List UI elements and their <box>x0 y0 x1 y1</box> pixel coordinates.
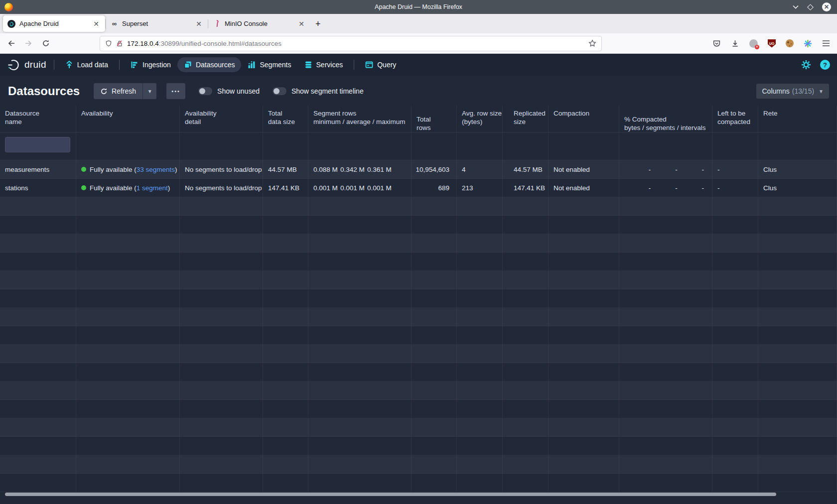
tab-minio-console[interactable]: MinIO Console ✕ <box>208 15 310 32</box>
cell-compaction <box>549 308 619 326</box>
cell-replicated_size <box>503 437 549 455</box>
nav-item-segments[interactable]: Segments <box>241 57 297 72</box>
cell-availability <box>76 474 180 492</box>
asterisk-extension-icon[interactable] <box>804 39 812 48</box>
filter-cell <box>308 132 412 160</box>
help-icon[interactable]: ? <box>820 60 830 70</box>
cell-segment_rows <box>308 437 412 455</box>
insecure-lock-icon[interactable] <box>116 40 123 47</box>
column-header-avg_row_size[interactable]: Avg. row size(bytes) <box>457 106 503 132</box>
superset-favicon-icon: ∞ <box>110 20 118 28</box>
bookmark-star-icon[interactable] <box>588 39 596 47</box>
url-bar[interactable]: 172.18.0.4:30899/unified-console.html#da… <box>100 36 602 51</box>
cell-total_data_size <box>263 308 308 326</box>
column-header-availability[interactable]: Availability <box>76 106 180 132</box>
tab-close-icon[interactable]: ✕ <box>194 20 203 28</box>
column-header-retention[interactable]: Rete <box>758 106 837 132</box>
cell-left_to_be_compacted <box>712 326 758 344</box>
page-title: Datasources <box>8 84 80 98</box>
column-header-compaction[interactable]: Compaction <box>549 106 619 132</box>
toggle-switch[interactable] <box>198 87 212 95</box>
window-close-icon[interactable]: ✕ <box>822 2 831 11</box>
toggle-switch[interactable] <box>273 87 286 95</box>
columns-button[interactable]: Columns (13/15) ▼ <box>756 84 829 99</box>
horizontal-scrollbar[interactable] <box>5 493 776 496</box>
cell-total_data_size <box>263 345 308 363</box>
table-row-empty <box>0 271 837 289</box>
cell-avg_row_size <box>457 363 503 381</box>
cell-avg_row_size <box>457 345 503 363</box>
settings-gear-icon[interactable] <box>801 60 811 70</box>
column-header-segment_rows[interactable]: Segment rowsminimum / average / maximum <box>308 106 412 132</box>
tracking-shield-icon[interactable] <box>105 40 112 47</box>
cell-compaction <box>549 363 619 381</box>
column-header-percent_compacted[interactable]: % Compactedbytes / segments / intervals <box>619 106 712 132</box>
tab-superset[interactable]: ∞ Superset ✕ <box>106 15 208 32</box>
nav-item-query[interactable]: Query <box>359 57 403 72</box>
column-header-replicated_size[interactable]: Replicatedsize <box>503 106 549 132</box>
cell-replicated_size <box>503 326 549 344</box>
column-header-label: % Compacted <box>624 115 653 124</box>
nav-item-ingestion[interactable]: Ingestion <box>124 57 177 72</box>
cell-availability_detail <box>180 197 263 215</box>
cell-avg_row_size: 4 <box>457 160 503 178</box>
tab-close-icon[interactable]: ✕ <box>297 20 306 28</box>
column-header-total_data_size[interactable]: Totaldata size <box>263 106 308 132</box>
pocket-icon[interactable] <box>712 39 721 48</box>
column-header-label: Total <box>268 109 282 118</box>
nav-item-services[interactable]: Services <box>298 57 350 72</box>
column-header-label: compacted <box>717 118 750 126</box>
column-header-availability_detail[interactable]: Availabilitydetail <box>180 106 263 132</box>
window-minimize-icon[interactable] <box>793 5 799 9</box>
refresh-dropdown-button[interactable]: ▼ <box>142 83 156 99</box>
cell-replicated_size <box>503 363 549 381</box>
column-header-left_to_be_compacted[interactable]: Left to becompacted <box>712 106 758 132</box>
cell-total_data_size <box>263 455 308 473</box>
availability-dot-icon <box>81 167 86 172</box>
cell-percent_compacted <box>619 271 712 289</box>
column-header-label: Avg. row size <box>462 109 502 118</box>
cell-percent_compacted <box>619 437 712 455</box>
downloads-icon[interactable] <box>731 39 739 48</box>
cell-left_to_be_compacted <box>712 197 758 215</box>
window-maximize-icon[interactable] <box>808 5 813 9</box>
reload-button[interactable] <box>42 39 50 47</box>
tab-apache-druid[interactable]: Apache Druid ✕ <box>3 15 105 32</box>
show-unused-toggle[interactable]: Show unused <box>198 87 260 95</box>
cell-total_rows: 10,954,603 <box>412 160 457 178</box>
new-tab-button[interactable]: + <box>315 19 321 29</box>
forward-button[interactable] <box>24 39 33 47</box>
back-button[interactable] <box>7 39 15 47</box>
segments-link[interactable]: 1 segment <box>137 184 168 192</box>
tab-close-icon[interactable]: ✕ <box>92 20 101 28</box>
cookie-extension-icon[interactable] <box>786 39 794 47</box>
column-header-total_rows[interactable]: Totalrows <box>412 106 457 132</box>
column-header-name[interactable]: Datasourcename <box>0 106 76 132</box>
cell-availability <box>76 345 180 363</box>
cell-percent_compacted <box>619 326 712 344</box>
cell-compaction <box>549 289 619 307</box>
segments-link[interactable]: 33 segments <box>137 166 175 173</box>
filter-cell <box>457 132 503 160</box>
nav-item-datasources[interactable]: Datasources <box>177 57 242 72</box>
nav-item-load-data[interactable]: Load data <box>59 57 115 72</box>
refresh-button[interactable]: Refresh <box>94 83 142 99</box>
chevron-down-icon: ▼ <box>819 89 824 94</box>
datasource-name-filter-input[interactable] <box>5 137 70 152</box>
cell-left_to_be_compacted <box>712 400 758 418</box>
cell-availability_detail <box>180 308 263 326</box>
cell-availability_detail <box>180 252 263 270</box>
cell-availability_detail <box>180 455 263 473</box>
extension-icon[interactable] <box>749 39 758 48</box>
cell-replicated_size <box>503 418 549 436</box>
druid-logo[interactable]: druid <box>7 58 46 71</box>
show-segment-timeline-toggle[interactable]: Show segment timeline <box>273 87 364 95</box>
url-text[interactable]: 172.18.0.4:30899/unified-console.html#da… <box>127 40 588 47</box>
cell-name <box>0 289 76 307</box>
cell-availability_detail <box>180 289 263 307</box>
ublock-origin-icon[interactable]: UO <box>768 39 776 48</box>
column-header-label: bytes / segments / intervals <box>624 124 653 132</box>
more-actions-button[interactable]: ••• <box>166 83 185 99</box>
menu-hamburger-icon[interactable] <box>822 40 830 47</box>
cell-total_rows <box>412 234 457 252</box>
